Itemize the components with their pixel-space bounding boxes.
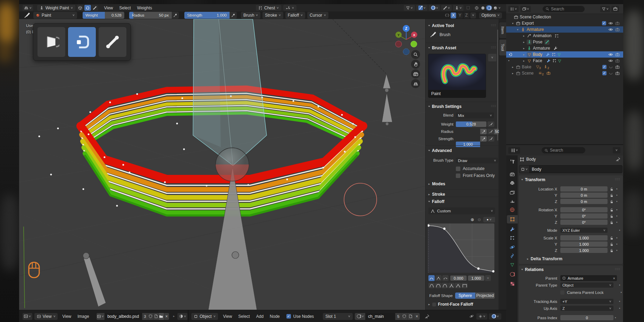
transform-panel-header[interactable]: ▾Transform [521, 177, 545, 182]
image-name-field[interactable]: body_albedo.psd [104, 313, 142, 320]
falloff-shape-projected-button[interactable]: Projected [475, 293, 495, 299]
menu-weights[interactable]: Weights [134, 4, 155, 11]
symmetry-dropdown[interactable]: ∨ [470, 12, 476, 18]
handle-vector-button[interactable] [435, 275, 442, 281]
outliner-row-export[interactable]: ▾ Export ✓ [506, 20, 623, 26]
tab-object-data[interactable]: ▽ [507, 260, 518, 269]
cursor-menu[interactable]: Cursor∨ [307, 12, 328, 19]
render-disable-icon[interactable] [615, 27, 620, 32]
display-channels-dropdown[interactable]: ∨ [177, 313, 187, 320]
pan-button[interactable] [411, 60, 420, 69]
accumulate-checkbox[interactable] [456, 167, 460, 171]
shader-menu-view[interactable]: View [220, 312, 235, 321]
rotation-x-field[interactable]: 0° [560, 207, 608, 212]
preset-smooth-button[interactable] [428, 283, 435, 288]
outliner-display-mode-dropdown[interactable]: ∨ [508, 6, 519, 12]
lock-icon[interactable] [610, 187, 614, 191]
outliner-row-bake[interactable]: ▸ Bake ▽3 2 ✓ [506, 64, 623, 70]
lock-icon[interactable] [610, 220, 614, 224]
exclude-icon[interactable] [609, 71, 613, 76]
tab-output[interactable] [507, 179, 518, 187]
radius-slider[interactable]: Radius 50 px [129, 12, 172, 19]
tab-item[interactable]: Item [499, 22, 506, 39]
shading-dropdown[interactable]: ∨ [498, 7, 501, 9]
properties-type-dropdown[interactable]: ∨ [508, 147, 520, 154]
mode-dropdown[interactable]: Weight Paint ∨ [37, 5, 75, 11]
show-gizmo-dropdown[interactable]: ∨ [404, 5, 415, 11]
panel-drag-dots[interactable]: ∷∷ [491, 23, 496, 27]
up-axis-dropdown[interactable]: Z∨ [560, 306, 613, 311]
brush-select-dropdown[interactable]: Paint ∨ [33, 12, 77, 19]
blend-dropdown[interactable]: Mix∨ [456, 112, 494, 118]
delete-point-button[interactable]: × [485, 275, 491, 281]
image-menu-view[interactable]: View [59, 312, 74, 321]
unlink-image-button[interactable]: × [164, 313, 169, 320]
tab-world[interactable] [507, 205, 518, 214]
mirror-x-button[interactable]: X [451, 12, 456, 18]
image-menu-image[interactable]: Image [74, 312, 92, 321]
popup-weight-paint-button[interactable] [68, 27, 96, 57]
front-face-falloff-header[interactable]: ▸Front-Face Falloff [428, 302, 473, 307]
perspective-toggle-button[interactable] [411, 79, 420, 88]
strength-eyedropper[interactable] [480, 136, 487, 142]
object-name-field[interactable]: ∨ Body [519, 165, 622, 173]
image-editor-type-button[interactable]: ∨ [23, 313, 32, 320]
tab-tool-props[interactable] [507, 157, 518, 166]
material-users-badge[interactable]: 5 [395, 313, 401, 320]
outliner-row-pose[interactable]: ▸ Pose [506, 39, 623, 45]
sidebar-weight-slider[interactable]: 0.528 [456, 121, 486, 127]
hide-icon[interactable] [608, 27, 613, 32]
hide-icon[interactable] [608, 58, 613, 63]
new-collection-button[interactable] [611, 6, 619, 12]
curve-options-button[interactable]: ●∨ [483, 217, 495, 222]
active-tool-header[interactable]: ▾Active Tool [428, 23, 454, 28]
popup-pose-mode-button[interactable] [99, 27, 126, 57]
delta-transform-header[interactable]: ▸Delta Transform [527, 256, 562, 261]
location-x-field[interactable]: 0 m [560, 186, 608, 192]
unlink-material-button[interactable]: × [413, 313, 420, 320]
outliner-row-armature-data[interactable]: ▸ Armature [506, 45, 623, 51]
properties-search-input[interactable]: Search [542, 147, 585, 153]
mode-toggle-object[interactable] [77, 5, 84, 11]
hide-icon[interactable] [608, 21, 613, 26]
tab-scene[interactable] [507, 197, 518, 205]
pin-icon[interactable] [425, 314, 429, 319]
preset-sharp-button[interactable] [448, 283, 454, 288]
bone-selector-dropdown[interactable]: Chest ∨ [256, 5, 281, 11]
properties-filter-dropdown[interactable]: ∨ [613, 147, 620, 153]
options-dropdown[interactable]: Options∨ [479, 12, 502, 18]
overlays-dropdown[interactable]: ∨ [489, 313, 501, 320]
shader-menu-select[interactable]: Select [235, 312, 253, 321]
object-id-dropdown[interactable]: ∨ [519, 166, 529, 173]
brush-asset-header[interactable]: ▾Brush Asset [428, 45, 456, 50]
preset-root-button[interactable] [442, 283, 448, 288]
scene-checkbox[interactable]: ✓ [602, 71, 607, 75]
camera-parent-lock-checkbox[interactable] [560, 290, 564, 295]
snap-dropdown[interactable]: ∨ [429, 5, 440, 11]
menu-select[interactable]: Select [116, 4, 134, 11]
front-faces-checkbox[interactable] [456, 173, 460, 178]
rotation-mode-dropdown[interactable]: XYZ Euler∨ [560, 228, 608, 233]
render-disable-icon[interactable] [615, 21, 620, 26]
brush-type-dropdown[interactable]: Draw∨ [456, 158, 498, 163]
slot-dropdown[interactable]: Slot 1∨ [323, 313, 353, 320]
radius-pressure-button[interactable] [487, 129, 494, 134]
bone-chain-right[interactable] [382, 74, 392, 126]
weight-pressure-button[interactable] [487, 121, 494, 127]
advanced-header[interactable]: ▾Advanced [428, 148, 452, 153]
outliner-row-body[interactable]: ▸▽ Body ▽ [506, 51, 623, 58]
exclude-icon[interactable] [609, 65, 613, 69]
outliner-row-scene-collection[interactable]: Scene Collection [506, 14, 623, 20]
render-disable-icon[interactable] [615, 52, 620, 57]
pin-icon[interactable] [616, 157, 620, 162]
pass-index-field[interactable]: 0 [560, 315, 613, 320]
brush-asset-dropdown[interactable]: ∨ [488, 54, 496, 61]
parent-type-dropdown[interactable]: Object∨ [560, 282, 613, 288]
bake-checkbox[interactable]: ✓ [602, 65, 607, 69]
outliner-row-armature[interactable]: ▾ Armature [506, 26, 623, 33]
new-image-button[interactable] [153, 313, 158, 320]
xray-toggle[interactable] [465, 5, 471, 11]
armature-overlay-dropdown[interactable]: ∨ [441, 5, 452, 11]
relations-panel-header[interactable]: ▾Relations [521, 267, 544, 272]
falloff-menu[interactable]: Falloff∨ [285, 12, 305, 19]
